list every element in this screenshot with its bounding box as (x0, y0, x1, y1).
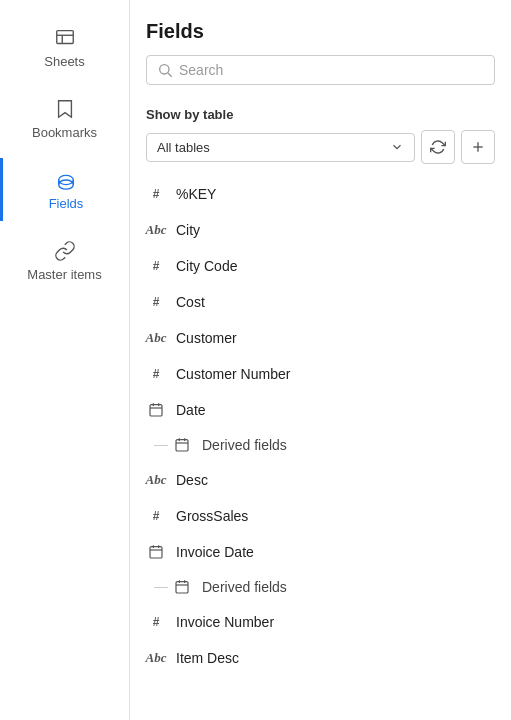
number-icon: # (146, 256, 166, 276)
list-item[interactable]: Invoice Date (130, 534, 511, 570)
date-icon (146, 400, 166, 420)
field-name: Desc (176, 472, 208, 488)
list-item[interactable]: Derived fields (158, 570, 511, 604)
field-name: Invoice Date (176, 544, 254, 560)
show-by-table-section: Show by table All tables (130, 107, 511, 176)
table-controls: All tables (146, 130, 495, 164)
svg-line-8 (168, 73, 172, 77)
sidebar-item-sheets-label: Sheets (44, 54, 84, 69)
list-item[interactable]: Abc Desc (130, 462, 511, 498)
fields-list: # %KEY Abc City # City Code # Cost Abc C… (130, 176, 511, 720)
derived-container: Derived fields (130, 570, 511, 604)
field-name: City Code (176, 258, 237, 274)
main-panel: Fields Show by table All tables (130, 0, 511, 720)
sidebar: Sheets Bookmarks Fields Master i (0, 0, 130, 720)
number-icon: # (146, 506, 166, 526)
field-name: Invoice Number (176, 614, 274, 630)
sidebar-item-master-items[interactable]: Master items (0, 229, 129, 292)
svg-rect-0 (56, 31, 73, 44)
svg-point-7 (160, 65, 169, 74)
all-tables-dropdown[interactable]: All tables (146, 133, 415, 162)
list-item[interactable]: # GrossSales (130, 498, 511, 534)
sheets-icon (53, 26, 77, 50)
search-icon (157, 62, 173, 78)
header: Fields (130, 0, 511, 107)
date-derived-icon (172, 577, 192, 597)
bookmarks-icon (53, 97, 77, 121)
svg-rect-11 (150, 405, 162, 416)
sidebar-item-fields[interactable]: Fields (0, 158, 129, 221)
field-name: GrossSales (176, 508, 248, 524)
list-item[interactable]: # Cost (130, 284, 511, 320)
string-icon: Abc (146, 470, 166, 490)
sidebar-item-master-items-label: Master items (27, 267, 101, 282)
fields-icon (54, 168, 78, 192)
show-by-table-label: Show by table (146, 107, 495, 122)
add-button[interactable] (461, 130, 495, 164)
field-name: Customer (176, 330, 237, 346)
list-item[interactable]: Abc Item Desc (130, 640, 511, 676)
field-name: Date (176, 402, 206, 418)
field-name: %KEY (176, 186, 216, 202)
list-item[interactable]: Abc City (130, 212, 511, 248)
search-container (146, 55, 495, 85)
number-icon: # (146, 184, 166, 204)
add-icon (470, 139, 486, 155)
sidebar-item-sheets[interactable]: Sheets (0, 16, 129, 79)
svg-rect-15 (176, 440, 188, 451)
string-icon: Abc (146, 220, 166, 240)
sidebar-item-bookmarks[interactable]: Bookmarks (0, 87, 129, 150)
chevron-down-icon (390, 140, 404, 154)
list-item[interactable]: # %KEY (130, 176, 511, 212)
field-name: Customer Number (176, 366, 290, 382)
field-name: Cost (176, 294, 205, 310)
number-icon: # (146, 612, 166, 632)
field-name: City (176, 222, 200, 238)
list-item[interactable]: Abc Customer (130, 320, 511, 356)
field-name: Item Desc (176, 650, 239, 666)
refresh-icon (430, 139, 446, 155)
list-item[interactable]: # Customer Number (130, 356, 511, 392)
derived-fields-label: Derived fields (202, 579, 287, 595)
date-icon (146, 542, 166, 562)
refresh-button[interactable] (421, 130, 455, 164)
string-icon: Abc (146, 328, 166, 348)
svg-rect-23 (176, 582, 188, 593)
search-input[interactable] (179, 62, 484, 78)
list-item[interactable]: # City Code (130, 248, 511, 284)
number-icon: # (146, 364, 166, 384)
svg-rect-19 (150, 547, 162, 558)
all-tables-label: All tables (157, 140, 210, 155)
list-item[interactable]: Derived fields (158, 428, 511, 462)
sidebar-item-fields-label: Fields (49, 196, 84, 211)
string-icon: Abc (146, 648, 166, 668)
list-item[interactable]: # Invoice Number (130, 604, 511, 640)
list-item[interactable]: Date (130, 392, 511, 428)
master-items-icon (53, 239, 77, 263)
derived-fields-label: Derived fields (202, 437, 287, 453)
page-title: Fields (146, 20, 495, 43)
number-icon: # (146, 292, 166, 312)
date-derived-icon (172, 435, 192, 455)
derived-container: Derived fields (130, 428, 511, 462)
sidebar-item-bookmarks-label: Bookmarks (32, 125, 97, 140)
